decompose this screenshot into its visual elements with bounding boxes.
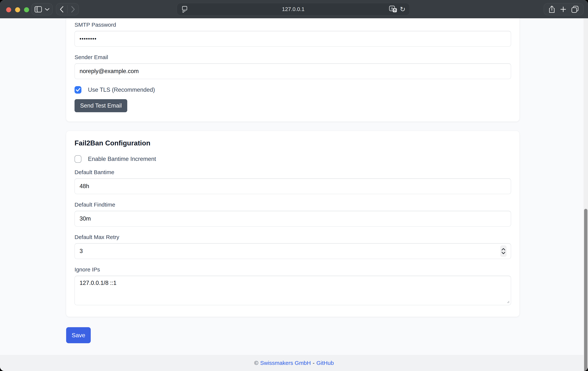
translate-icon[interactable]: A	[389, 6, 397, 13]
default-bantime-label: Default Bantime	[74, 169, 511, 175]
browser-window: 127.0.0.1 A ↻	[0, 0, 588, 371]
default-max-retry-input[interactable]	[74, 243, 511, 259]
enable-bantime-row: Enable Bantime Increment	[74, 155, 511, 163]
enable-bantime-checkbox[interactable]	[74, 155, 81, 163]
use-tls-row: Use TLS (Recommended)	[74, 86, 511, 94]
nav-divider	[67, 5, 68, 13]
new-tab-icon[interactable]	[560, 6, 566, 12]
window-actions-group	[544, 3, 584, 15]
page-footer: © Swissmakers GmbH - GitHub	[0, 355, 588, 371]
url-text[interactable]: 127.0.0.1	[177, 6, 410, 12]
sender-email-label: Sender Email	[74, 54, 511, 60]
ignore-ips-textarea[interactable]: 127.0.0.1/8 ::1	[74, 276, 511, 305]
address-bar[interactable]: 127.0.0.1 A ↻	[177, 3, 410, 15]
sender-email-input[interactable]	[74, 63, 511, 79]
browser-toolbar: 127.0.0.1 A ↻	[0, 0, 588, 18]
back-button[interactable]	[60, 6, 64, 13]
scrollbar-track[interactable]	[584, 19, 588, 371]
scrollbar-thumb[interactable]	[584, 209, 588, 371]
default-bantime-input[interactable]	[74, 178, 511, 194]
smtp-password-input[interactable]	[74, 31, 511, 47]
footer-separator: -	[313, 360, 315, 366]
checkmark-icon	[76, 88, 80, 92]
smtp-password-label: SMTP Password	[74, 22, 511, 28]
navigation-button-group	[56, 3, 79, 15]
zoom-window-button[interactable]	[24, 7, 29, 12]
company-link[interactable]: Swissmakers GmbH	[260, 360, 311, 366]
stepper-down-icon[interactable]	[501, 252, 505, 254]
close-window-button[interactable]	[6, 7, 11, 12]
save-button[interactable]: Save	[66, 327, 91, 343]
number-stepper[interactable]	[500, 245, 507, 257]
github-link[interactable]: GitHub	[316, 360, 334, 366]
stepper-divider	[501, 251, 506, 251]
send-test-email-button[interactable]: Send Test Email	[74, 99, 127, 112]
use-tls-label: Use TLS (Recommended)	[88, 87, 155, 93]
enable-bantime-label: Enable Bantime Increment	[88, 156, 156, 162]
default-findtime-input[interactable]	[74, 211, 511, 227]
tab-overview-icon[interactable]	[571, 6, 579, 13]
minimize-window-button[interactable]	[15, 7, 20, 12]
copyright-symbol: ©	[254, 360, 258, 366]
sidebar-button-group	[31, 3, 53, 15]
use-tls-checkbox[interactable]	[74, 86, 81, 94]
ignore-ips-label: Ignore IPs	[74, 266, 511, 273]
reload-icon[interactable]: ↻	[400, 6, 405, 13]
page-content: SMTP Password Sender Email Use TLS (Reco…	[0, 19, 588, 371]
default-findtime-label: Default Findtime	[74, 202, 511, 208]
stepper-up-icon[interactable]	[501, 248, 505, 251]
share-icon[interactable]	[548, 5, 555, 13]
smtp-settings-card: SMTP Password Sender Email Use TLS (Reco…	[66, 19, 519, 121]
forward-button[interactable]	[71, 6, 75, 13]
textarea-resize-handle[interactable]	[506, 300, 510, 304]
fail2ban-card: Fail2Ban Configuration Enable Bantime In…	[66, 131, 519, 317]
default-max-retry-label: Default Max Retry	[74, 234, 511, 240]
sidebar-toggle-icon[interactable]	[34, 6, 42, 12]
fail2ban-heading: Fail2Ban Configuration	[74, 139, 511, 147]
sidebar-chevron-down-icon[interactable]	[45, 8, 50, 11]
